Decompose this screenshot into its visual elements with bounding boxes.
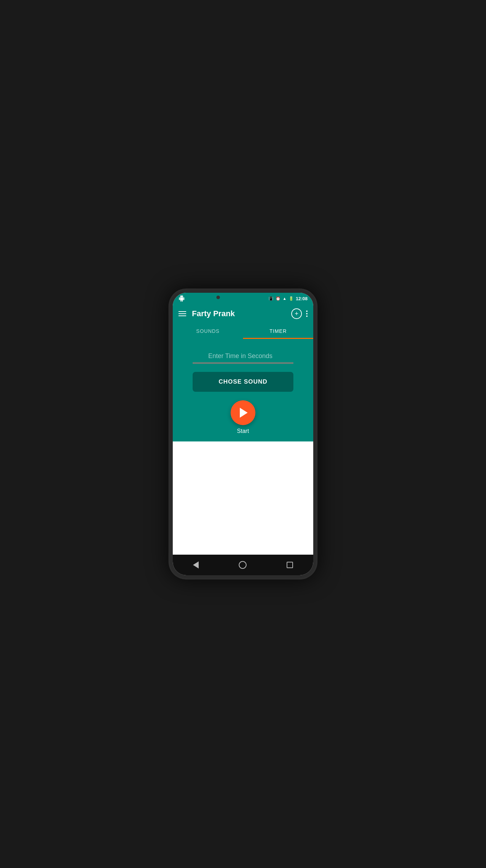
play-triangle-icon xyxy=(240,408,248,418)
app-bar: Farty Prank + xyxy=(173,304,313,323)
app-bar-actions: + xyxy=(291,308,308,319)
home-button[interactable] xyxy=(239,561,247,569)
phone-frame: 📳 ⏰ ▲ 🔋 12:08 Farty Prank + xyxy=(169,289,317,579)
alarm-icon: ⏰ xyxy=(276,296,281,301)
start-play-button[interactable] xyxy=(231,400,255,425)
tab-timer[interactable]: TIMER xyxy=(243,323,313,339)
nav-bar xyxy=(173,555,313,575)
tab-sounds[interactable]: SOUNDS xyxy=(173,323,243,339)
phone-camera xyxy=(216,296,220,299)
status-left xyxy=(178,295,185,302)
recents-square-icon xyxy=(287,562,293,568)
battery-icon: 🔋 xyxy=(289,296,294,301)
tabs: SOUNDS TIMER xyxy=(173,323,313,339)
status-time: 12:08 xyxy=(296,296,308,301)
recents-button[interactable] xyxy=(287,562,293,568)
signal-icon: ▲ xyxy=(283,296,287,301)
play-section: Start xyxy=(231,400,255,434)
back-arrow-icon xyxy=(193,561,199,568)
start-label: Start xyxy=(237,428,249,434)
timer-seconds-input[interactable] xyxy=(193,350,294,363)
status-right: 📳 ⏰ ▲ 🔋 12:08 xyxy=(269,296,308,301)
app-title: Farty Prank xyxy=(192,309,286,318)
hamburger-menu-icon[interactable] xyxy=(178,311,186,316)
chose-sound-button[interactable]: CHOSE SOUND xyxy=(193,372,294,392)
timer-content: CHOSE SOUND Start xyxy=(173,339,313,441)
timer-input-wrapper xyxy=(180,350,306,363)
add-button[interactable]: + xyxy=(291,308,302,319)
home-circle-icon xyxy=(239,561,247,569)
more-options-icon[interactable] xyxy=(306,311,308,317)
android-icon xyxy=(178,295,185,302)
white-content-area xyxy=(173,441,313,555)
vibrate-icon: 📳 xyxy=(269,296,274,301)
status-bar: 📳 ⏰ ▲ 🔋 12:08 xyxy=(173,293,313,304)
phone-screen: 📳 ⏰ ▲ 🔋 12:08 Farty Prank + xyxy=(173,293,313,575)
back-button[interactable] xyxy=(193,561,199,568)
